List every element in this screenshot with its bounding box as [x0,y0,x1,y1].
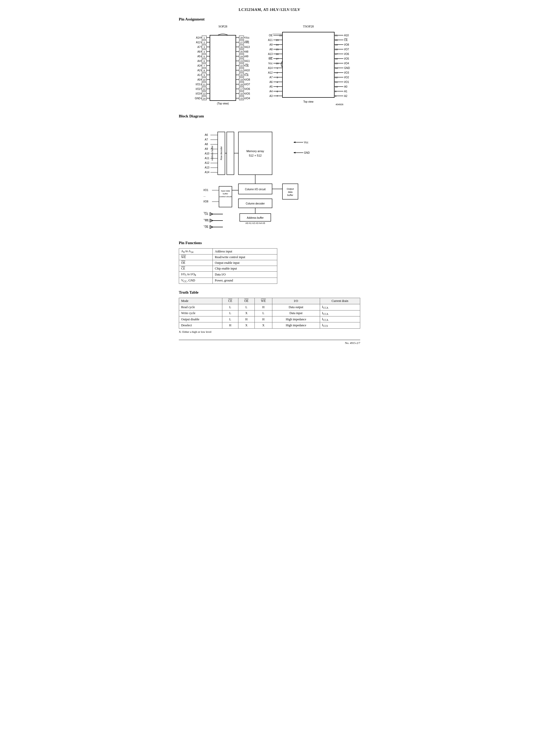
sop28-diagram: SOP28 1 A14 2 A12 [189,25,257,106]
svg-text:A13: A13 [268,53,272,55]
svg-text:7: 7 [203,64,205,67]
svg-text:19: 19 [335,43,338,46]
cell-current: ICCA [320,316,360,322]
pin-functions-table: A0 to A14 Address input WE Read/write co… [179,248,277,284]
svg-text:buffer: buffer [223,192,228,195]
pin-name: VCC, GND [179,277,213,283]
svg-text:11: 11 [203,83,205,86]
svg-text:14: 14 [335,67,338,69]
pin-assignment-title: Pin Assignment [179,17,360,22]
svg-text:CE: CE [344,38,348,41]
pin-function: Output enable input [213,260,277,266]
svg-text:Row decoder: Row decoder [220,146,223,160]
svg-text:WE: WE [269,57,272,60]
svg-text:WE: WE [205,219,209,222]
svg-text:Output: Output [287,188,294,190]
table-row: Read cycle L L H Data output ICCA [179,304,360,310]
pin-function: Address input [213,249,277,255]
svg-text:27: 27 [240,41,243,44]
cell-ce: L [222,310,238,316]
svg-text:GND: GND [304,151,310,154]
svg-text:11: 11 [335,81,338,83]
pin-function: Power, ground [213,277,277,283]
svg-text:28: 28 [240,37,243,39]
svg-text:A1: A1 [197,74,201,76]
svg-text:A5: A5 [270,85,273,88]
svg-text:control circuit: control circuit [219,195,232,198]
two-col-layout: Pin Functions A0 to A14 Address input WE… [179,241,360,284]
svg-text:8: 8 [335,95,336,98]
svg-text:I/O5: I/O5 [245,92,250,95]
svg-text:I/O3: I/O3 [195,92,200,95]
svg-text:26: 26 [240,46,243,48]
svg-marker-235 [293,141,295,143]
svg-text:A0 A1 A2 A3 A4 A5: A0 A1 A2 A3 A4 A5 [245,222,265,224]
cell-io: High impedance [272,322,320,328]
table-row: VCC, GND Power, ground [179,277,277,283]
svg-text:I/O1: I/O1 [203,189,208,191]
svg-text:9: 9 [203,74,205,76]
svg-text:A6: A6 [270,81,273,83]
cell-io: High impedance [272,316,320,322]
table-row: A0 to A14 Address input [179,249,277,255]
svg-text:404926: 404926 [336,103,344,105]
svg-text:WE: WE [245,41,249,44]
svg-text:4: 4 [203,50,205,53]
svg-text:A9: A9 [205,147,208,150]
svg-text:1: 1 [276,67,278,69]
cell-current: ICCS [320,322,360,328]
block-diagram-section: Block Diagram A6 A7 A8 A9 A10 A11 A12 A1… [179,114,360,233]
svg-text:22: 22 [279,34,282,37]
svg-text:(Top view): (Top view) [217,102,229,105]
svg-rect-0 [210,35,236,101]
svg-text:17: 17 [335,53,338,55]
svg-text:A9: A9 [245,55,249,58]
svg-text:23: 23 [276,39,278,41]
svg-text:Column decoder: Column decoder [246,202,265,205]
svg-text:A7: A7 [270,76,273,79]
svg-text:I/O8: I/O8 [344,43,349,46]
svg-text:3: 3 [203,46,205,48]
svg-text:I/O6: I/O6 [344,53,349,55]
svg-text:A13: A13 [205,166,209,169]
svg-text:CE: CE [205,212,208,215]
svg-text:I/O1: I/O1 [195,83,200,86]
svg-text:A0: A0 [197,78,201,81]
svg-text:25: 25 [276,48,278,51]
tsop28-svg: 22 OE A11 23 A9 24 A8 25 A13 26 [267,30,350,105]
table-row: OE Output enable input [179,260,277,266]
svg-text:CE: CE [245,74,249,76]
svg-text:7: 7 [276,95,278,98]
col-current: Current drain [320,298,360,304]
svg-text:1: 1 [203,37,205,39]
svg-text:A6: A6 [197,50,201,53]
col-we: WE [255,298,272,304]
cell-ce: H [222,322,238,328]
table-row: CE Chip enable input [179,266,277,271]
svg-text:Vcc: Vcc [268,62,272,65]
svg-text:10: 10 [335,86,338,88]
svg-text:I/O1: I/O1 [344,81,349,83]
block-diagram-title: Block Diagram [179,114,360,118]
svg-text:26: 26 [276,53,278,55]
pin-name: OE [179,260,213,266]
truth-table-note: X: Either a high or low level [179,330,360,333]
svg-text:4: 4 [276,81,278,83]
block-diagram-container: A6 A7 A8 A9 A10 A11 A12 A13 A14 Address … [179,121,360,233]
svg-text:27: 27 [276,57,278,60]
svg-text:12: 12 [203,88,205,91]
svg-text:A4: A4 [270,90,273,93]
svg-text:21: 21 [240,69,243,72]
pin-name: WE [179,255,213,260]
col-ce: CE [222,298,238,304]
svg-text:I/O7: I/O7 [245,83,250,86]
tsop28-diagram: TSOP28 22 OE A11 23 A9 24 [267,25,350,106]
svg-text:A8: A8 [245,50,249,53]
pin-function: Chip enable input [213,266,277,271]
svg-text:15: 15 [335,62,338,65]
table-row: Output disable L H H High impedance ICCA [179,316,360,322]
svg-text:I/O7: I/O7 [344,48,349,51]
cell-mode: Deselect [179,322,222,328]
tsop28-label: TSOP28 [267,25,350,29]
svg-text:5: 5 [203,55,205,58]
